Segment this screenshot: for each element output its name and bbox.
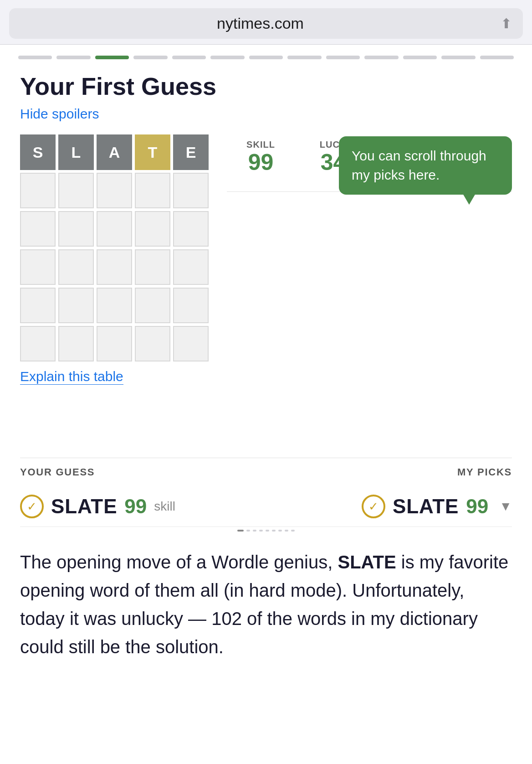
- progress-dot-3-active: [95, 56, 129, 59]
- cell-r3-c5: [173, 211, 209, 247]
- progress-dot-13: [480, 56, 514, 59]
- cell-r3-c2: [58, 211, 94, 247]
- cell-r1-c1: S: [20, 134, 56, 170]
- scroll-dot-8: [285, 530, 288, 532]
- result-row: ✓ SLATE 99 skill ✓ SLATE 99 ▼: [20, 486, 512, 527]
- your-guess-label: YOUR GUESS: [20, 466, 95, 478]
- my-pick-score: 99: [466, 495, 488, 518]
- page-title: Your First Guess: [20, 73, 512, 100]
- progress-dot-11: [403, 56, 437, 59]
- browser-chrome: nytimes.com ⬆: [0, 0, 532, 45]
- tooltip-text: You can scroll through my picks here.: [352, 148, 486, 182]
- cell-r3-c4: [135, 211, 170, 247]
- cell-r6-c5: [173, 326, 209, 361]
- description-word-bold: SLATE: [338, 552, 396, 572]
- progress-dot-10: [364, 56, 398, 59]
- cell-r4-c2: [58, 249, 94, 285]
- scroll-dot-9: [291, 530, 295, 532]
- scroll-dot-6: [272, 530, 276, 532]
- cell-r4-c4: [135, 249, 170, 285]
- cell-r2-c1: [20, 173, 56, 208]
- cell-r3-c3: [97, 211, 132, 247]
- cell-r4-c3: [97, 249, 132, 285]
- scroll-dot-4: [259, 530, 263, 532]
- check-icon: ✓: [27, 500, 37, 514]
- progress-dot-9: [326, 56, 360, 59]
- cell-r6-c4: [135, 326, 170, 361]
- cell-r2-c5: [173, 173, 209, 208]
- progress-dot-12: [441, 56, 475, 59]
- my-pick-entry[interactable]: ✓ SLATE 99 ▼: [362, 495, 512, 518]
- my-picks-label: MY PICKS: [457, 466, 512, 478]
- address-bar[interactable]: nytimes.com ⬆: [9, 8, 523, 39]
- my-pick-badge: ✓: [362, 495, 385, 518]
- cell-r4-c1: [20, 249, 56, 285]
- cell-r2-c2: [58, 173, 94, 208]
- my-pick-word: SLATE: [393, 495, 459, 518]
- tooltip-bubble: You can scroll through my picks here.: [339, 136, 512, 195]
- cell-r5-c1: [20, 288, 56, 323]
- scroll-dot-2: [246, 530, 250, 532]
- cell-r2-c3: [97, 173, 132, 208]
- address-url: nytimes.com: [20, 15, 501, 32]
- progress-bar: [0, 45, 532, 64]
- hide-spoilers-link[interactable]: Hide spoilers: [20, 106, 99, 122]
- scroll-dot-1: [237, 530, 244, 532]
- cell-r2-c4: [135, 173, 170, 208]
- cell-r3-c1: [20, 211, 56, 247]
- description-paragraph: The opening move of a Wordle genius, SLA…: [20, 548, 512, 661]
- cell-r6-c2: [58, 326, 94, 361]
- wordle-grid: S L A T E: [20, 134, 209, 361]
- progress-dot-4: [133, 56, 167, 59]
- main-content: Your First Guess Hide spoilers S L A T E: [0, 64, 532, 679]
- your-guess-entry: ✓ SLATE 99 skill: [20, 495, 175, 518]
- cell-r5-c5: [173, 288, 209, 323]
- picks-header: YOUR GUESS MY PICKS: [20, 458, 512, 478]
- stat-skill: SKILL 99: [227, 139, 295, 186]
- cell-r1-c3: A: [97, 134, 132, 170]
- your-guess-badge: ✓: [20, 495, 44, 518]
- share-icon[interactable]: ⬆: [501, 15, 512, 31]
- your-guess-word: SLATE: [51, 495, 117, 518]
- progress-dot-7: [249, 56, 283, 59]
- scroll-dot-3: [253, 530, 256, 532]
- grid-section: S L A T E: [20, 134, 209, 385]
- your-guess-skill-label: skill: [154, 499, 175, 514]
- progress-dot-2: [56, 56, 90, 59]
- explain-table-link[interactable]: Explain this table: [20, 369, 123, 385]
- cell-r1-c4: T: [135, 134, 170, 170]
- cell-r1-c2: L: [58, 134, 94, 170]
- cell-r6-c3: [97, 326, 132, 361]
- stat-skill-label: SKILL: [227, 139, 295, 150]
- stats-section: SKILL 99 LUCK 34 WORDSLEFT 102 INFOGAINE…: [227, 134, 512, 196]
- cell-r6-c1: [20, 326, 56, 361]
- cell-r5-c2: [58, 288, 94, 323]
- progress-dot-1: [18, 56, 52, 59]
- cell-r4-c5: [173, 249, 209, 285]
- cell-r1-c5: E: [173, 134, 209, 170]
- progress-dot-8: [287, 56, 321, 59]
- progress-dot-5: [172, 56, 206, 59]
- stat-skill-value: 99: [227, 150, 295, 175]
- cell-r5-c3: [97, 288, 132, 323]
- guess-area: S L A T E: [20, 134, 512, 385]
- scroll-dots: [20, 530, 512, 532]
- scroll-down-arrow-icon[interactable]: ▼: [499, 499, 512, 514]
- scroll-dot-7: [278, 530, 282, 532]
- cell-r5-c4: [135, 288, 170, 323]
- your-guess-score: 99: [124, 495, 147, 518]
- progress-dot-6: [210, 56, 244, 59]
- my-pick-check-icon: ✓: [368, 500, 379, 514]
- scroll-dot-5: [266, 530, 269, 532]
